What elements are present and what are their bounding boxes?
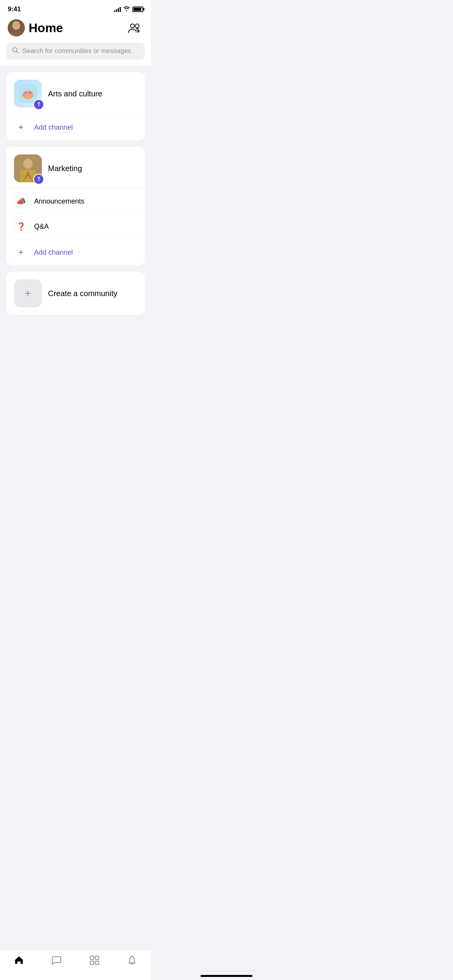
- svg-point-14: [23, 94, 25, 96]
- battery-icon: [132, 7, 143, 12]
- svg-point-15: [29, 92, 31, 94]
- svg-point-3: [12, 21, 20, 30]
- marketing-add-channel-row[interactable]: + Add channel: [6, 239, 145, 266]
- svg-point-21: [23, 159, 33, 169]
- arts-add-channel-row[interactable]: + Add channel: [6, 114, 145, 140]
- qna-channel-row[interactable]: ❓ Q&A: [6, 214, 145, 239]
- svg-point-16: [26, 96, 28, 98]
- arts-add-icon: +: [14, 120, 28, 134]
- create-community-card[interactable]: + Create a community: [6, 272, 145, 315]
- create-community-label: Create a community: [48, 289, 117, 298]
- svg-line-10: [17, 51, 19, 53]
- svg-point-17: [29, 95, 32, 97]
- content-area: 🎖 Arts and culture + Add channel: [0, 66, 151, 315]
- page-title: Home: [29, 21, 63, 35]
- marketing-icon-wrap: 🎖: [14, 154, 42, 182]
- arts-add-channel-label: Add channel: [34, 123, 73, 132]
- svg-point-4: [130, 24, 134, 28]
- announcements-channel-name: Announcements: [34, 197, 84, 206]
- svg-point-18: [25, 93, 28, 96]
- marketing-add-channel-label: Add channel: [34, 248, 73, 257]
- page-header: Home: [0, 16, 151, 43]
- status-bar: 9:41: [0, 0, 151, 16]
- qna-channel-name: Q&A: [34, 223, 49, 231]
- create-community-icon: +: [14, 279, 42, 307]
- announcements-icon: 📣: [14, 194, 28, 208]
- marketing-community-card: 🎖 Marketing 📣 Announcements ❓ Q&A + Add …: [6, 147, 145, 266]
- marketing-badge-ribbon-icon: 🎖: [36, 176, 41, 182]
- arts-community-name: Arts and culture: [48, 89, 102, 98]
- marketing-community-header[interactable]: 🎖 Marketing: [6, 147, 145, 189]
- arts-community-card: 🎖 Arts and culture + Add channel: [6, 72, 145, 140]
- arts-badge: 🎖: [33, 99, 44, 110]
- header-left: Home: [8, 19, 63, 36]
- add-community-button[interactable]: [126, 19, 143, 36]
- search-icon: [12, 47, 19, 55]
- search-bar[interactable]: Search for communities or messages: [6, 43, 145, 60]
- status-time: 9:41: [8, 5, 21, 13]
- search-container: Search for communities or messages: [0, 43, 151, 66]
- arts-icon-wrap: 🎖: [14, 80, 42, 108]
- announcements-channel-row[interactable]: 📣 Announcements: [6, 189, 145, 214]
- status-icons: [114, 6, 143, 13]
- qna-icon: ❓: [14, 219, 28, 233]
- svg-point-5: [135, 24, 139, 28]
- wifi-icon: [123, 6, 130, 13]
- avatar[interactable]: [8, 19, 25, 36]
- marketing-community-name: Marketing: [48, 164, 82, 173]
- search-placeholder: Search for communities or messages: [22, 47, 131, 55]
- badge-ribbon-icon: 🎖: [36, 102, 41, 108]
- marketing-badge: 🎖: [33, 174, 44, 185]
- marketing-add-icon: +: [14, 245, 28, 259]
- arts-community-header[interactable]: 🎖 Arts and culture: [6, 72, 145, 114]
- signal-icon: [114, 7, 121, 12]
